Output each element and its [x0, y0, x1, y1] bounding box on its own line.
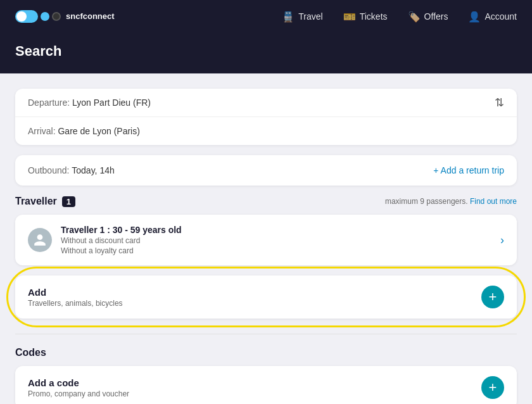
account-icon: 👤	[468, 11, 481, 23]
add-code-subtitle: Promo, company and voucher	[28, 389, 129, 398]
traveller-section-title: Traveller 1	[15, 196, 75, 207]
nav-account-label: Account	[484, 11, 517, 22]
add-code-card[interactable]: Add a code Promo, company and voucher +	[15, 366, 517, 404]
logo-text: sncfconnect	[66, 11, 115, 21]
search-header: Search	[0, 33, 532, 73]
date-left: Outbound: Today, 14h	[28, 165, 433, 175]
codes-section: Codes Add a code Promo, company and vouc…	[15, 347, 517, 404]
departure-value: Lyon Part Dieu (FR)	[72, 98, 151, 108]
departure-row: Departure: Lyon Part Dieu (FR) ⇅	[15, 89, 517, 117]
toggle-switch[interactable]	[15, 10, 38, 23]
header: sncfconnect 🚆 Travel 🎫 Tickets 🏷️ Offers…	[0, 0, 532, 33]
date-row: Outbound: Today, 14h + Add a return trip	[15, 155, 517, 186]
nav-tickets[interactable]: 🎫 Tickets	[343, 11, 388, 23]
add-card[interactable]: Add Travellers, animals, bicycles +	[15, 275, 517, 319]
travel-icon: 🚆	[282, 11, 294, 23]
add-code-text: Add a code Promo, company and voucher	[28, 377, 129, 398]
add-code-button[interactable]: +	[481, 376, 504, 399]
add-code-title: Add a code	[28, 377, 129, 388]
logo-dots	[41, 12, 61, 21]
main-nav: 🚆 Travel 🎫 Tickets 🏷️ Offers 👤 Account	[282, 11, 517, 23]
traveller-sub2: Without a loyalty card	[61, 246, 491, 255]
traveller-card[interactable]: Traveller 1 : 30 - 59 years old Without …	[15, 215, 517, 265]
add-return-trip-button[interactable]: + Add a return trip	[433, 165, 504, 175]
tickets-icon: 🎫	[343, 11, 356, 23]
add-card-wrapper: Add Travellers, animals, bicycles +	[15, 275, 517, 319]
main-content: Departure: Lyon Part Dieu (FR) ⇅ Arrival…	[0, 73, 532, 404]
traveller-count-badge: 1	[62, 196, 75, 207]
find-out-more-link[interactable]: Find out more	[470, 197, 517, 206]
add-card-title: Add	[28, 287, 123, 298]
nav-offers-label: Offers	[424, 11, 448, 22]
swap-icon[interactable]: ⇅	[495, 96, 504, 110]
arrival-label: Arrival:	[28, 126, 56, 136]
toggle-knob	[16, 11, 27, 22]
codes-section-title: Codes	[15, 347, 517, 358]
traveller-section-header: Traveller 1 maximum 9 passengers. Find o…	[15, 196, 517, 207]
traveller-info: Traveller 1 : 30 - 59 years old Without …	[61, 225, 491, 255]
arrival-row: Arrival: Gare de Lyon (Paris)	[15, 117, 517, 145]
add-card-subtitle: Travellers, animals, bicycles	[28, 299, 123, 308]
section-divider	[15, 334, 517, 334]
nav-account[interactable]: 👤 Account	[468, 11, 517, 23]
traveller-title-text: Traveller	[15, 196, 57, 207]
dot-dark	[52, 12, 61, 21]
nav-travel[interactable]: 🚆 Travel	[282, 11, 322, 23]
traveller-name: Traveller 1 : 30 - 59 years old	[61, 225, 491, 235]
max-passengers-text: maximum 9 passengers.	[385, 197, 468, 206]
page-title: Search	[15, 43, 517, 60]
add-card-text: Add Travellers, animals, bicycles	[28, 287, 123, 308]
date-card: Outbound: Today, 14h + Add a return trip	[15, 155, 517, 186]
offers-icon: 🏷️	[408, 11, 421, 23]
outbound-value: Today, 14h	[72, 165, 114, 175]
traveller-avatar	[28, 228, 52, 252]
traveller-sub1: Without a discount card	[61, 236, 491, 245]
departure-label: Departure:	[28, 98, 70, 108]
traveller-meta: maximum 9 passengers. Find out more	[385, 197, 517, 206]
logo-wrapper: sncfconnect	[66, 13, 115, 21]
outbound-label: Outbound:	[28, 165, 69, 175]
logo-area: sncfconnect	[15, 10, 115, 23]
nav-offers[interactable]: 🏷️ Offers	[408, 11, 448, 23]
nav-tickets-label: Tickets	[360, 11, 388, 22]
arrival-value: Gare de Lyon (Paris)	[58, 126, 139, 136]
add-traveller-button[interactable]: +	[481, 286, 504, 308]
person-icon	[33, 233, 47, 247]
traveller-chevron-icon[interactable]: ›	[500, 234, 504, 247]
logo-toggle	[15, 10, 61, 23]
nav-travel-label: Travel	[298, 11, 322, 22]
route-card: Departure: Lyon Part Dieu (FR) ⇅ Arrival…	[15, 89, 517, 145]
dot-teal	[41, 12, 49, 21]
